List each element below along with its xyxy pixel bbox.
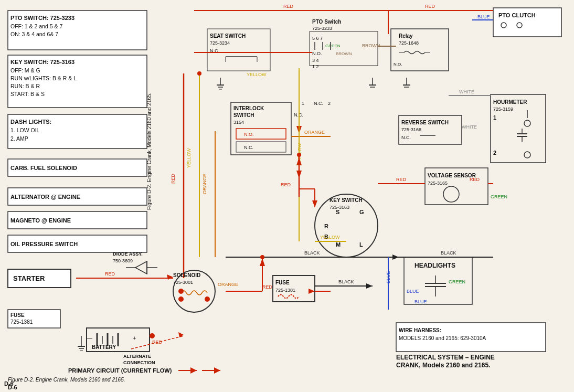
wire-harness-label: WIRE HARNESS: [399,327,441,333]
page: PTO SWITCH: 725-3233 OFF: 1 & 2 and 5 & … [0,0,574,392]
svg-point-143 [260,255,264,259]
svg-text:M: M [336,241,341,248]
red-wire-top-key: RED [281,182,291,187]
orange-wire-interlock: ORANGE [304,130,325,135]
orange-wire-left: ORANGE [202,174,207,194]
svg-point-144 [178,289,184,294]
solenoid-part: 725-3001 [173,280,193,285]
svg-text:1: 1 [493,114,496,121]
hourmeter-part: 725-3159 [493,107,513,112]
pto-clutch-label: PTO CLUTCH [498,12,536,18]
voltage-sensor-part: 725-3165 [428,181,448,186]
fuse-center-label: FUSE [275,280,290,285]
blue-wire-headlights: BLUE [407,289,419,294]
blue-wire-pto-label: BLUE [477,14,490,19]
brown-wire: BROWN [362,43,380,48]
red-wire-voltage: RED [396,177,407,182]
svg-text:—: — [87,335,92,341]
relay-part: 725-1648 [399,40,419,46]
pto-switch-diagram-label: PTO Switch [312,19,341,25]
black-wire-right: BLACK [441,250,456,256]
red-wire-right: RED [470,177,480,182]
alternate-connection-label: ALTERNATE [123,354,151,359]
key-switch-run: RUN: B & R [10,83,40,89]
fuse-left-label: FUSE [10,312,25,318]
oil-pressure-label: OIL PRESSURE SWITCH [10,241,78,247]
dash-lights-2: 2. AMP [10,135,28,142]
electrical-system-subtitle: CRANK, Models 2160 and 2165. [396,362,490,369]
key-switch-off: OFF: M & G [10,67,40,73]
white-wire-relay: WHITE [459,89,474,94]
svg-text:N.O.: N.O. [312,51,322,56]
wire-harness-models: MODELS 2160 and 2165: 629-3010A [399,335,486,341]
svg-text:CONNECTION: CONNECTION [123,360,155,365]
red-wire-left: RED [171,173,176,184]
reverse-switch-label: REVERSE SWITCH [401,120,449,125]
pto-switch-off: OFF: 1 & 2 and 5 & 7 [10,23,62,29]
diagram-container: PTO SWITCH: 725-3233 OFF: 1 & 2 and 5 & … [0,0,574,392]
interlock-label: INTERLOCK [233,105,264,111]
dash-lights-title: DASH LIGHTS: [10,119,51,125]
dash-lights-1: 1. LOW OIL [10,127,40,133]
pto-switch-legend-title: PTO SWITCH: 725-3233 [10,15,75,21]
alternator-label: ALTERNATOR @ ENGINE [10,194,80,200]
svg-text:N.C.: N.C. [244,145,253,150]
diode-assy-part: 750-3609 [113,258,133,263]
key-switch-run-lights: RUN w/LIGHTS: B & R & L [10,75,77,81]
svg-text:N.C.: N.C. [314,101,323,106]
orange-wire-solenoid: ORANGE [218,282,238,287]
figure-label: Figure D-2. Engine Crank, Models 2160 an… [146,93,152,210]
yellow-wire-key: YELLOW [320,235,340,240]
yellow-wire-left: YELLOW [186,148,192,168]
svg-text:GREEN: GREEN [325,44,341,48]
red-wire-starter: RED [105,271,115,277]
fuse-left-part: 725-1381 [10,319,33,325]
primary-circuit-label: PRIMARY CIRCUIT (CURRENT FLOW) [68,367,172,374]
red-wire-fuse: RED [262,284,273,290]
starter-label: STARTER [13,274,45,282]
svg-text:1  2: 1 2 [312,64,319,69]
green-wire-voltage: GREEN [491,194,507,199]
svg-text:S: S [336,209,339,215]
svg-text:3  4: 3 4 [312,58,319,63]
pto-switch-part: 725-3233 [312,26,332,31]
battery-label: BATTERY [92,344,116,350]
relay-label: Relay [399,33,413,39]
svg-point-69 [205,296,210,302]
diode-assy-label: DIODE ASSY. [113,251,143,257]
svg-text:2: 2 [493,150,496,156]
carb-fuel-label: CARB. FUEL SOLENOID [10,165,77,171]
svg-point-142 [297,153,301,157]
reverse-switch-part: 725-3166 [401,127,421,132]
seat-switch-label: SEAT SWITCH [210,33,246,39]
green-wire-headlights: GREEN [449,279,465,284]
wiring-diagram: PTO SWITCH: 725-3233 OFF: 1 & 2 and 5 & … [0,0,574,392]
interlock-part: 3154 [233,120,244,125]
svg-text:N.O.: N.O. [244,132,254,137]
page-d6: D-6 [8,384,17,390]
svg-point-68 [178,296,184,302]
svg-text:R: R [324,223,328,229]
svg-text:SWITCH: SWITCH [233,112,254,118]
svg-text:+: + [133,335,136,341]
key-switch-diagram-label: KEY SWITCH [329,197,363,203]
blue-wire-bottom: BLUE [386,271,391,283]
red-wire-alt: RED [152,340,163,345]
svg-point-141 [197,71,201,76]
blue-wire-headlights-2: BLUE [414,299,427,304]
svg-text:1: 1 [302,101,304,106]
voltage-sensor-label: VOLTAGE SENSOR [428,173,476,178]
pto-switch-on: ON: 3 & 4 and 6& 7 [10,31,58,37]
svg-text:G: G [359,209,364,215]
seat-switch-part: 725-3234 [210,40,230,46]
figure-d2-label: Figure D-2. Engine Crank, Models 2160 an… [8,377,125,383]
top-wire-red-label: RED [283,4,294,9]
solenoid-label: SOLENOID [173,272,200,278]
top-wire-red2-label: RED [425,4,435,9]
yellow-wire-seat: YELLOW [247,72,267,77]
magneto-label: MAGNETO @ ENGINE [10,217,71,224]
key-switch-legend-title: KEY SWITCH: 725-3163 [10,59,75,65]
white-wire-label: WHITE [462,124,477,130]
fuse-center-part: 725-1381 [275,288,295,293]
svg-text:N.O.: N.O. [394,62,402,67]
